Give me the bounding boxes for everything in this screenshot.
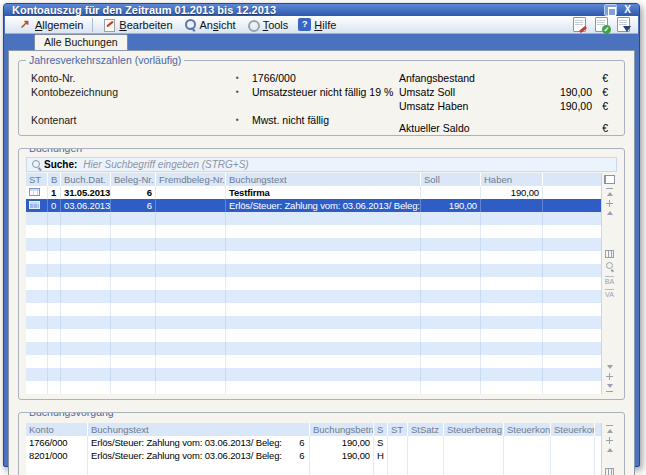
table-row[interactable] bbox=[26, 212, 601, 225]
column-header[interactable]: Steuerkonto 1 bbox=[504, 423, 551, 436]
window-title: Kontoauszug für den Zeitraum 01.2013 bis… bbox=[12, 4, 276, 16]
column-header[interactable]: Steuerkonto 2 bbox=[551, 423, 595, 436]
scroll-up-icon[interactable] bbox=[607, 448, 613, 452]
cell-betrag: 190,00 bbox=[310, 449, 374, 462]
menu-item-allgemein[interactable]: ↗ Allgemein bbox=[13, 16, 88, 33]
table-row[interactable] bbox=[26, 238, 601, 251]
field-label: Umsatz Soll bbox=[399, 85, 514, 99]
field-label: Kontenart bbox=[31, 113, 236, 127]
field-label: Aktueller Saldo bbox=[399, 121, 514, 135]
table-row[interactable] bbox=[26, 368, 601, 381]
print-report-icon[interactable] bbox=[573, 17, 586, 32]
table-row[interactable] bbox=[26, 264, 601, 277]
currency-label: € bbox=[592, 99, 608, 113]
table-row[interactable] bbox=[26, 251, 601, 264]
cell-buchungstext: Erlös/Steuer: Zahlung vom: 03.06.2013/ B… bbox=[226, 199, 421, 212]
menu-item-hilfe[interactable]: ? Hilfe bbox=[293, 16, 341, 33]
buchungen-table-header: ST B Buch.Dat. Beleg-Nr. Fremdbeleg-Nr. … bbox=[26, 173, 601, 186]
group-buchungen: Buchungen Suche: Hier Suchbegriff eingeb… bbox=[18, 148, 625, 400]
insert-row-icon[interactable] bbox=[606, 200, 613, 207]
column-header[interactable]: Steuerbetrag bbox=[444, 423, 504, 436]
grid-view-icon[interactable] bbox=[605, 250, 614, 258]
cell-haben bbox=[481, 199, 543, 212]
column-header[interactable]: Soll bbox=[421, 173, 481, 186]
scroll-up-icon[interactable] bbox=[607, 211, 613, 215]
table-side-toolbar: BA VA bbox=[601, 173, 617, 394]
field-label: Umsatz Haben bbox=[399, 99, 514, 113]
restore-window-icon[interactable] bbox=[604, 4, 617, 16]
scroll-to-top-icon[interactable] bbox=[607, 192, 613, 196]
table-row[interactable] bbox=[26, 381, 601, 394]
field-value: Umsatzsteuer nicht fällig 19 % bbox=[252, 85, 393, 99]
field-label: Konto-Nr. bbox=[31, 71, 236, 85]
scroll-down-icon[interactable] bbox=[607, 365, 613, 369]
column-header[interactable]: ST bbox=[388, 423, 408, 436]
insert-row-icon[interactable] bbox=[606, 437, 613, 444]
table-row[interactable] bbox=[26, 316, 601, 329]
search-icon bbox=[31, 159, 44, 171]
cell-s: H bbox=[374, 449, 388, 462]
scroll-to-top-icon[interactable] bbox=[607, 429, 613, 433]
vorgang-table-header: Konto Buchungstext Buchungsbetrag S ST S… bbox=[26, 423, 601, 436]
table-side-toolbar bbox=[601, 423, 617, 475]
cell-buch-dat: 31.05.2013 bbox=[61, 186, 111, 199]
table-row[interactable]: 8201/000 Erlös/Steuer: Zahlung vom: 03.0… bbox=[26, 449, 601, 462]
column-header[interactable]: Konto bbox=[26, 423, 88, 436]
cell-b: 1 bbox=[48, 186, 61, 199]
table-row[interactable] bbox=[26, 303, 601, 316]
table-row[interactable] bbox=[26, 329, 601, 342]
table-row[interactable] bbox=[26, 277, 601, 290]
ba-button[interactable]: BA bbox=[605, 276, 614, 285]
zoom-icon[interactable] bbox=[605, 262, 615, 272]
tab-alle-buchungen[interactable]: Alle Buchungen bbox=[34, 34, 128, 50]
field-value bbox=[514, 121, 592, 135]
bullet-icon: ▪ bbox=[236, 71, 252, 85]
table-row[interactable] bbox=[26, 225, 601, 238]
column-header[interactable]: Buchungstext bbox=[88, 423, 310, 436]
search-input[interactable]: Suche: Hier Suchbegriff eingeben (STRG+S… bbox=[26, 157, 617, 172]
close-button[interactable]: X bbox=[622, 4, 633, 16]
va-button[interactable]: VA bbox=[605, 289, 614, 298]
table-row[interactable]: 1766/000 Erlös/Steuer: Zahlung vom: 03.0… bbox=[26, 436, 601, 449]
cell-soll: 190,00 bbox=[421, 199, 481, 212]
menu-bar: ↗ Allgemein Bearbeiten Ansicht Tools ? H… bbox=[5, 16, 638, 34]
column-header[interactable]: Beleg-Nr. bbox=[111, 173, 156, 186]
confirm-document-icon[interactable]: ✓ bbox=[595, 17, 608, 32]
grid-view-icon[interactable] bbox=[605, 468, 614, 475]
cell-s: S bbox=[374, 436, 388, 449]
workspace: Alle Buchungen Jahresverkehrszahlen (vor… bbox=[4, 34, 639, 475]
title-bar[interactable]: Kontoauszug für den Zeitraum 01.2013 bis… bbox=[4, 4, 639, 16]
column-header[interactable]: Buch.Dat. bbox=[61, 173, 111, 186]
column-header[interactable]: Fremdbeleg-Nr. bbox=[156, 173, 226, 186]
column-header[interactable]: B bbox=[48, 173, 61, 186]
field-value: 1766/000 bbox=[252, 71, 296, 85]
cell-fremdbeleg bbox=[156, 199, 226, 212]
scroll-to-bottom-icon[interactable] bbox=[607, 384, 613, 388]
table-row[interactable] bbox=[26, 342, 601, 355]
column-header[interactable]: StSatz bbox=[408, 423, 444, 436]
table-row-selected[interactable]: 0 03.06.2013 6 Erlös/Steuer: Zahlung vom… bbox=[26, 199, 601, 212]
bullet-icon: ▪ bbox=[236, 85, 252, 99]
column-header[interactable]: Buchungsbetrag bbox=[310, 423, 374, 436]
column-header[interactable]: ST bbox=[26, 173, 48, 186]
currency-label: € bbox=[592, 71, 608, 85]
field-value: 190,00 bbox=[514, 99, 592, 113]
column-header[interactable]: Buchungstext bbox=[226, 173, 421, 186]
export-document-icon[interactable] bbox=[617, 17, 630, 32]
help-icon: ? bbox=[298, 18, 311, 31]
tools-gear-icon bbox=[246, 18, 260, 31]
column-header[interactable]: S bbox=[374, 423, 388, 436]
column-chooser-icon[interactable] bbox=[604, 175, 615, 184]
buchungen-empty-rows bbox=[26, 212, 601, 394]
add-row-icon[interactable] bbox=[606, 373, 613, 380]
table-row[interactable]: 1 31.05.2013 6 Testfirma 190,00 bbox=[26, 186, 601, 199]
menu-item-ansicht[interactable]: Ansicht bbox=[178, 16, 241, 33]
table-row[interactable] bbox=[26, 290, 601, 303]
app-window: Kontoauszug für den Zeitraum 01.2013 bis… bbox=[3, 3, 640, 467]
column-header[interactable]: Haben bbox=[481, 173, 543, 186]
menu-item-tools[interactable]: Tools bbox=[241, 16, 294, 33]
group-buchungsvorgang: Buchungsvorgang Konto Buchungstext Buchu… bbox=[18, 412, 625, 475]
group-jahresverkehrszahlen: Jahresverkehrszahlen (vorläufig) Konto-N… bbox=[18, 60, 625, 136]
menu-item-bearbeiten[interactable]: Bearbeiten bbox=[97, 16, 177, 33]
table-row[interactable] bbox=[26, 355, 601, 368]
